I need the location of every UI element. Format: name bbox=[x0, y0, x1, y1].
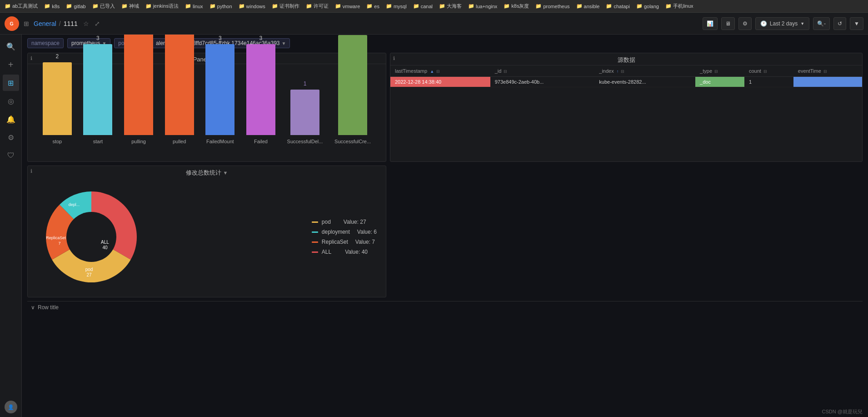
bar-group: 3FailedMount bbox=[205, 35, 234, 144]
folder-icon: 📁 bbox=[386, 3, 392, 9]
col-eventTime[interactable]: eventTime ⊟ bbox=[793, 65, 862, 77]
star-icon[interactable]: ☆ bbox=[83, 20, 89, 27]
bar-group: 7pulled bbox=[165, 35, 194, 144]
col-lastTimestamp[interactable]: lastTimestamp ▲ ⊟ bbox=[390, 65, 490, 77]
bar bbox=[290, 90, 319, 135]
bookmark-item[interactable]: 📁 vmware bbox=[333, 2, 362, 10]
folder-icon: 📁 bbox=[145, 3, 152, 9]
bookmark-item[interactable]: 📁 大海客 bbox=[437, 2, 464, 10]
bookmark-item[interactable]: 📁 windows bbox=[237, 2, 267, 10]
bookmark-item[interactable]: 📁 python bbox=[208, 2, 234, 10]
sidebar: 🔍 + ⊞ ◎ 🔔 ⚙ 🛡 👤 bbox=[0, 35, 22, 417]
grid-icon: ⊞ bbox=[24, 20, 29, 27]
col-id[interactable]: _id ⊟ bbox=[490, 65, 595, 77]
legend-dot bbox=[312, 231, 318, 233]
panel-info-icon[interactable]: ℹ bbox=[30, 168, 32, 174]
breadcrumb-separator: / bbox=[59, 20, 61, 27]
bookmark-item[interactable]: 📁 ab工具测试 bbox=[3, 2, 40, 10]
gear-icon: ⚙ bbox=[743, 20, 748, 27]
refresh-button[interactable]: ↺ bbox=[833, 17, 846, 30]
table-panel-title: 源数据 bbox=[390, 53, 862, 65]
pie-chart-panel: ℹ 修改总数统计 ▼ bbox=[27, 166, 386, 297]
row-title-label: Row title bbox=[38, 304, 59, 311]
page-title: 1111 bbox=[64, 20, 78, 27]
settings-button[interactable]: ⚙ bbox=[738, 17, 752, 30]
bar bbox=[165, 35, 194, 135]
view-mode-button[interactable]: 🖥 bbox=[721, 17, 735, 30]
bookmark-item[interactable]: 📁 chatapi bbox=[604, 2, 631, 10]
bookmark-item[interactable]: 📁 许可证 bbox=[304, 2, 330, 10]
bar-group: 1SuccessfulDel... bbox=[287, 80, 323, 144]
bookmark-item[interactable]: 📁 神域 bbox=[120, 2, 141, 10]
svg-text:ALL: ALL bbox=[101, 240, 109, 245]
legend-dot bbox=[312, 241, 318, 243]
pie-chart-svg: ALL 40 pod 27 ReplicaSet 7 depl... bbox=[37, 182, 146, 291]
bar bbox=[205, 44, 234, 135]
row-title[interactable]: ∨ Row title bbox=[27, 301, 863, 313]
share-icon[interactable]: ⤢ bbox=[95, 20, 100, 27]
zoom-out-button[interactable]: 🔍- bbox=[813, 17, 830, 30]
bookmark-item[interactable]: 📁 mysql bbox=[384, 2, 409, 10]
user-avatar[interactable]: 👤 bbox=[5, 401, 17, 413]
folder-icon: 📁 bbox=[306, 3, 312, 9]
folder-icon: 📁 bbox=[185, 3, 191, 9]
col-index[interactable]: _index ↑ ⊟ bbox=[594, 65, 695, 77]
sidebar-item-explore[interactable]: ◎ bbox=[3, 93, 19, 109]
bar-group: 3Failed bbox=[246, 35, 275, 144]
sidebar-item-add[interactable]: + bbox=[3, 56, 19, 73]
bookmark-item[interactable]: 📁 已导入 bbox=[90, 2, 117, 10]
refresh-interval-button[interactable]: ▼ bbox=[850, 17, 863, 30]
folder-icon: 📁 bbox=[335, 3, 341, 9]
bookmark-item[interactable]: 📁 prometheus bbox=[534, 2, 571, 10]
attribution: CSDN @就是玩兒 bbox=[817, 407, 868, 417]
col-count[interactable]: count ⊟ bbox=[744, 65, 793, 77]
svg-text:G: G bbox=[10, 20, 14, 26]
app-container: G ⊞ General / 1111 ☆ ⤢ 📊 🖥 ⚙ 🕐 Last 2 da… bbox=[0, 13, 868, 417]
bookmark-item[interactable]: 📁 linux bbox=[183, 2, 205, 10]
col-type[interactable]: _type ⊟ bbox=[695, 65, 744, 77]
folder-icon: 📁 bbox=[535, 3, 542, 9]
svg-text:7: 7 bbox=[58, 241, 60, 246]
sidebar-item-search[interactable]: 🔍 bbox=[3, 38, 19, 55]
bookmark-item[interactable]: 📁 手机linux bbox=[663, 2, 695, 10]
chevron-down-icon[interactable]: ▼ bbox=[223, 170, 228, 176]
folder-icon: 📁 bbox=[439, 3, 445, 9]
folder-icon: 📁 bbox=[210, 3, 216, 9]
legend-item-all: ALL Value: 40 bbox=[312, 249, 377, 255]
pie-content: ALL 40 pod 27 ReplicaSet 7 depl... pod bbox=[28, 180, 386, 294]
bookmark-item[interactable]: 📁 golang bbox=[634, 2, 661, 10]
panels-row-bottom: ℹ 修改总数统计 ▼ bbox=[27, 166, 863, 297]
time-range-label: Last 2 days bbox=[770, 20, 798, 27]
legend-dot bbox=[312, 221, 318, 223]
content-area: namespace prometheus ▼ pod_name alertman… bbox=[22, 35, 868, 417]
grafana-logo[interactable]: G bbox=[5, 16, 19, 31]
bookmark-item[interactable]: 📁 jenkins语法 bbox=[144, 2, 180, 10]
bookmark-item[interactable]: 📁 k8s灰度 bbox=[502, 2, 531, 10]
bookmark-item[interactable]: 📁 lua+nginx bbox=[466, 2, 499, 10]
bookmark-item[interactable]: 📁 ansible bbox=[574, 2, 602, 10]
panels-row-top: ℹ Panel Title 2stop3start7pulling7pulled… bbox=[27, 53, 863, 162]
bar-chart-content: 2stop3start7pulling7pulled3FailedMount3F… bbox=[28, 64, 386, 158]
bookmark-item[interactable]: 📁 es bbox=[364, 2, 381, 10]
sidebar-item-dashboard[interactable]: ⊞ bbox=[3, 75, 19, 91]
folder-icon: 📁 bbox=[468, 3, 474, 9]
bar-group: 7pulling bbox=[124, 35, 153, 144]
sidebar-item-alerts[interactable]: 🔔 bbox=[3, 111, 19, 127]
chevron-down-icon: ∨ bbox=[31, 304, 35, 311]
bookmark-item[interactable]: 📁 k8s bbox=[42, 2, 61, 10]
folder-icon: 📁 bbox=[576, 3, 583, 9]
sidebar-item-shield[interactable]: 🛡 bbox=[3, 147, 19, 164]
time-range-picker[interactable]: 🕐 Last 2 days ▼ bbox=[755, 17, 809, 30]
filter-icon: ⊟ bbox=[763, 69, 767, 74]
bookmark-item[interactable]: 📁 gitlab bbox=[64, 2, 87, 10]
bookmark-item[interactable]: 📁 证书制作 bbox=[270, 2, 301, 10]
panel-info-icon[interactable]: ℹ bbox=[393, 55, 395, 61]
cell-eventTime bbox=[793, 77, 862, 87]
sidebar-item-settings[interactable]: ⚙ bbox=[3, 129, 19, 146]
breadcrumb-home[interactable]: General bbox=[34, 20, 56, 27]
add-panel-button[interactable]: 📊 bbox=[703, 17, 718, 30]
folder-icon: 📁 bbox=[66, 3, 72, 9]
bar bbox=[246, 44, 275, 135]
bookmark-item[interactable]: 📁 canal bbox=[411, 2, 434, 10]
panel-info-icon[interactable]: ℹ bbox=[30, 55, 32, 61]
